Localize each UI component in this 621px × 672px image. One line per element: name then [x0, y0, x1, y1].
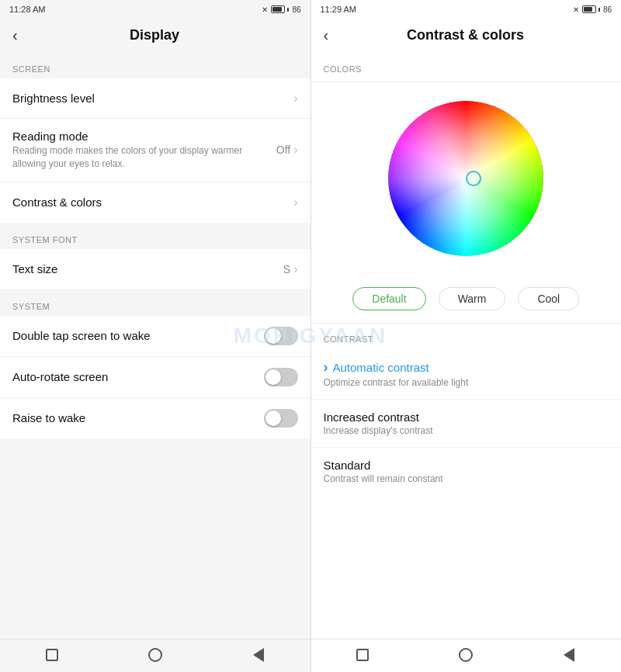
- raise-wake-item[interactable]: Raise to wake: [0, 398, 310, 438]
- double-tap-item[interactable]: Double tap screen to wake: [0, 316, 310, 357]
- double-tap-text: Double tap screen to wake: [12, 329, 264, 342]
- increased-contrast-sub: Increase display's contrast: [324, 425, 609, 436]
- raise-wake-text: Raise to wake: [12, 411, 264, 424]
- contrast-colors-right: ›: [293, 196, 297, 210]
- brightness-text: Brightness level: [12, 92, 293, 105]
- standard-contrast-sub: Contrast will remain constant: [324, 473, 609, 484]
- right-battery-level: 86: [603, 5, 612, 14]
- right-nav-back-button[interactable]: [560, 646, 578, 664]
- left-nav-bar: [0, 639, 310, 672]
- reading-mode-right: Off ›: [276, 143, 298, 157]
- colors-section-label: COLORS: [311, 54, 622, 82]
- automatic-contrast-label: Automatic contrast: [333, 361, 429, 374]
- left-nav-back-button[interactable]: [249, 646, 268, 664]
- reading-mode-item[interactable]: Reading mode Reading mode makes the colo…: [0, 119, 310, 182]
- right-page-header: ‹ Contrast & colors: [311, 17, 622, 54]
- right-nav-triangle-icon: [564, 648, 574, 662]
- reading-mode-subtitle: Reading mode makes the colors of your di…: [12, 144, 276, 171]
- text-size-right: S ›: [283, 262, 298, 276]
- default-preset-button[interactable]: Default: [352, 287, 425, 310]
- text-size-text: Text size: [12, 262, 283, 275]
- contrast-colors-chevron: ›: [293, 196, 297, 210]
- reading-mode-chevron: ›: [293, 143, 297, 157]
- auto-rotate-item[interactable]: Auto-rotate screen: [0, 357, 310, 398]
- brightness-item[interactable]: Brightness level ›: [0, 78, 310, 119]
- right-time: 11:29 AM: [321, 5, 356, 14]
- color-wheel[interactable]: [388, 101, 543, 256]
- right-status-right: ✕ 86: [573, 5, 612, 14]
- double-tap-toggle[interactable]: [264, 327, 298, 345]
- contrast-section-label: CONTRAST: [311, 324, 622, 348]
- color-wheel-container: [311, 82, 622, 275]
- right-nav-bar: [311, 639, 622, 672]
- raise-wake-toggle[interactable]: [264, 409, 298, 428]
- color-picker-dot[interactable]: [466, 171, 481, 186]
- left-nav-square-icon: [46, 649, 58, 661]
- contrast-colors-text: Contrast & colors: [12, 196, 293, 209]
- system-settings-group: Double tap screen to wake Auto-rotate sc…: [0, 316, 310, 438]
- increased-contrast-item[interactable]: Increased contrast Increase display's co…: [311, 400, 622, 448]
- screen-settings-group: Brightness level › Reading mode Reading …: [0, 78, 310, 223]
- left-back-button[interactable]: ‹: [12, 26, 18, 44]
- left-nav-triangle-icon: [253, 648, 264, 662]
- text-size-title: Text size: [12, 262, 283, 275]
- left-page-header: ‹ Display: [0, 17, 310, 54]
- left-status-bar: 11:28 AM ✕ 86: [0, 0, 310, 17]
- text-size-value: S: [283, 263, 290, 275]
- right-phone: 11:29 AM ✕ 86 ‹ Contrast & colors COLORS: [311, 0, 622, 672]
- auto-rotate-text: Auto-rotate screen: [12, 370, 264, 383]
- left-x-icon: ✕: [262, 5, 268, 14]
- auto-rotate-title: Auto-rotate screen: [12, 370, 264, 383]
- automatic-contrast-sub: Optimize contrast for available light: [324, 377, 609, 388]
- font-settings-group: Text size S ›: [0, 249, 310, 289]
- automatic-contrast-item[interactable]: Automatic contrast Optimize contrast for…: [311, 348, 622, 400]
- system-section-label: SYSTEM: [0, 291, 310, 316]
- increased-contrast-title: Increased contrast: [324, 410, 609, 424]
- left-battery: 86: [271, 5, 300, 14]
- font-section-label: SYSTEM FONT: [0, 224, 310, 249]
- warm-preset-button[interactable]: Warm: [439, 287, 506, 310]
- right-x-icon: ✕: [573, 5, 579, 14]
- text-size-chevron: ›: [293, 262, 297, 276]
- standard-contrast-item[interactable]: Standard Contrast will remain constant: [311, 448, 622, 495]
- right-page-title: Contrast & colors: [341, 27, 590, 43]
- left-status-right: ✕ 86: [262, 5, 300, 14]
- standard-contrast-title: Standard: [324, 459, 609, 472]
- right-nav-circle-icon: [459, 648, 473, 662]
- left-settings-content: SCREEN Brightness level › Reading mode R…: [0, 54, 310, 639]
- contrast-colors-title: Contrast & colors: [12, 196, 293, 209]
- left-page-title: Display: [30, 27, 279, 43]
- right-nav-home-button[interactable]: [456, 646, 475, 664]
- right-settings-content: COLORS: [311, 54, 622, 639]
- screen-section-label: SCREEN: [0, 54, 310, 78]
- reading-mode-value: Off: [276, 144, 290, 156]
- left-nav-circle-icon: [148, 648, 162, 662]
- reading-mode-text: Reading mode Reading mode makes the colo…: [12, 130, 276, 171]
- left-nav-home-button[interactable]: [146, 646, 165, 664]
- automatic-contrast-title: Automatic contrast: [324, 359, 609, 376]
- double-tap-title: Double tap screen to wake: [12, 329, 264, 342]
- right-battery: 86: [582, 5, 612, 14]
- reading-mode-title: Reading mode: [12, 130, 276, 143]
- brightness-title: Brightness level: [12, 92, 293, 105]
- contrast-colors-item[interactable]: Contrast & colors ›: [0, 182, 310, 223]
- left-battery-level: 86: [292, 5, 300, 14]
- left-phone: 11:28 AM ✕ 86 ‹ Display SCREEN: [0, 0, 310, 672]
- cool-preset-button[interactable]: Cool: [518, 287, 579, 310]
- contrast-section: CONTRAST Automatic contrast Optimize con…: [311, 324, 622, 495]
- right-nav-recent-button[interactable]: [353, 646, 372, 664]
- right-status-bar: 11:29 AM ✕ 86: [311, 0, 622, 17]
- text-size-item[interactable]: Text size S ›: [0, 249, 310, 289]
- right-nav-square-icon: [356, 649, 369, 661]
- left-time: 11:28 AM: [9, 5, 45, 14]
- brightness-right: ›: [293, 92, 297, 106]
- auto-rotate-toggle[interactable]: [264, 368, 298, 386]
- raise-wake-title: Raise to wake: [12, 411, 264, 424]
- left-nav-recent-button[interactable]: [43, 646, 61, 664]
- brightness-chevron: ›: [293, 92, 297, 106]
- right-back-button[interactable]: ‹: [324, 26, 329, 44]
- preset-buttons-container: Default Warm Cool: [311, 275, 622, 324]
